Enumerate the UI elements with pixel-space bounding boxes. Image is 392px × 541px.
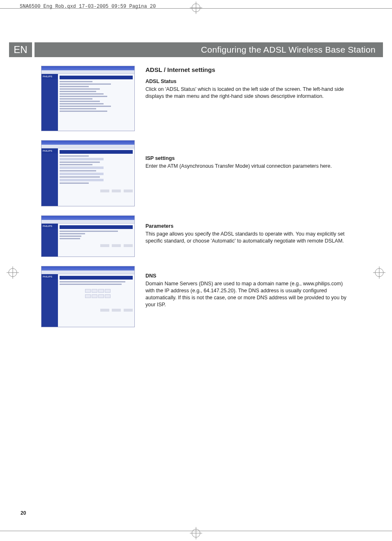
thumb-brand-label: PHILIPS: [42, 224, 58, 229]
registration-mark-top-icon: [190, 2, 202, 14]
section-heading: Parameters: [145, 223, 351, 230]
section-isp-settings: PHILIPS: [41, 140, 351, 206]
section-heading: DNS: [145, 273, 351, 280]
section-text: Parameters This page allows you specify …: [145, 215, 351, 249]
thumb-brand-label: PHILIPS: [42, 274, 58, 279]
content-area: PHILIPS: [41, 66, 351, 504]
section-dns: PHILIPS: [41, 266, 351, 327]
section-heading: ADSL Status: [145, 78, 351, 85]
page-number: 20: [21, 510, 26, 516]
section-text: ADSL / Internet settings ADSL Status Cli…: [145, 66, 351, 104]
screenshot-parameters: PHILIPS: [41, 215, 136, 257]
registration-mark-left-icon: [7, 266, 19, 279]
thumb-brand-label: PHILIPS: [42, 148, 58, 153]
page-title: Configuring the ADSL Wireless Base Stati…: [35, 42, 383, 57]
section-text: ISP settings Enter the ATM (Asynchronous…: [145, 140, 351, 174]
registration-mark-bottom-icon: [190, 527, 202, 539]
section-parameters: PHILIPS: [41, 215, 351, 257]
section-text: DNS Domain Name Servers (DNS) are used t…: [145, 266, 351, 312]
screenshot-dns: PHILIPS: [41, 266, 136, 327]
section-heading-main: ADSL / Internet settings: [145, 66, 351, 74]
section-heading: ISP settings: [145, 155, 351, 162]
thumb-brand-label: PHILIPS: [42, 74, 58, 79]
section-body: Click on 'ADSL Status' which is located …: [145, 86, 351, 100]
language-tab: EN: [9, 42, 32, 57]
section-body: This page allows you specify the ADSL st…: [145, 231, 351, 245]
screenshot-isp-settings: PHILIPS: [41, 140, 136, 206]
registration-mark-right-icon: [373, 266, 385, 279]
print-run-header: SNA6500_Eng_Rob.qxd 17-03-2005 09:59 Pag…: [20, 3, 156, 10]
section-adsl-status: PHILIPS: [41, 66, 351, 131]
section-body: Enter the ATM (Asynchronous Transfer Mod…: [145, 163, 351, 170]
screenshot-adsl-status: PHILIPS: [41, 66, 136, 131]
section-body: Domain Name Servers (DNS) are used to ma…: [145, 280, 351, 308]
page: SNA6500_Eng_Rob.qxd 17-03-2005 09:59 Pag…: [0, 0, 392, 541]
